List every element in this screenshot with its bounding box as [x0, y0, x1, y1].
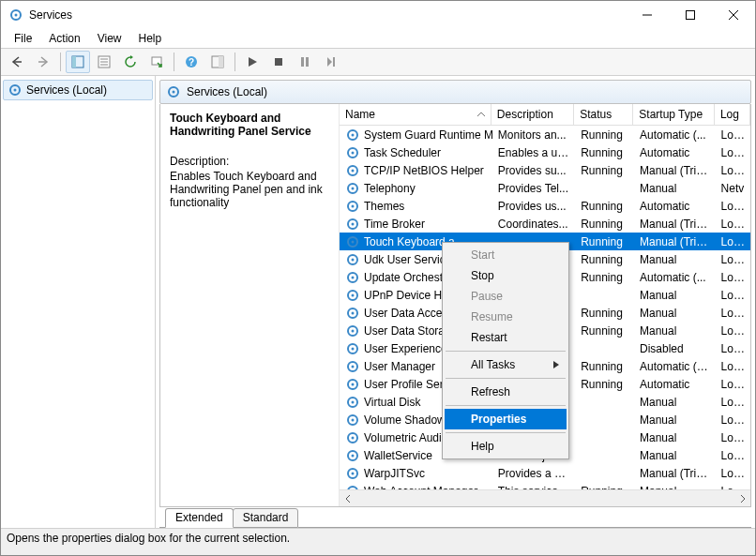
service-logon: Loca	[716, 396, 750, 409]
forward-button[interactable]	[31, 51, 55, 73]
service-logon: Loca	[716, 431, 750, 444]
action-pane-button[interactable]	[205, 51, 230, 73]
svg-point-58	[352, 400, 355, 403]
service-row[interactable]: Web Account ManagerThis service ...Runni…	[340, 482, 750, 489]
horizontal-scrollbar[interactable]	[340, 489, 750, 506]
tab-extended[interactable]: Extended	[165, 508, 234, 528]
scroll-track[interactable]	[355, 490, 734, 506]
svg-point-64	[352, 454, 355, 457]
service-description: Coordinates...	[492, 218, 575, 231]
service-status: Running	[575, 146, 634, 159]
svg-point-42	[352, 258, 355, 261]
ctx-refresh[interactable]: Refresh	[445, 382, 567, 402]
col-header-status[interactable]: Status	[574, 104, 633, 125]
col-header-logon[interactable]: Log	[715, 104, 750, 125]
service-row[interactable]: TelephonyProvides Tel...ManualNetv	[340, 179, 750, 197]
service-startup: Automatic (...	[634, 128, 716, 142]
ctx-separator	[446, 405, 566, 406]
gear-icon	[345, 288, 360, 303]
ctx-restart[interactable]: Restart	[445, 327, 567, 348]
svg-point-1	[15, 14, 18, 17]
svg-point-24	[14, 89, 17, 92]
service-description: Provides Tel...	[492, 182, 575, 195]
svg-point-54	[352, 365, 355, 368]
svg-rect-9	[72, 56, 76, 68]
scroll-left-button[interactable]	[340, 490, 355, 506]
gear-icon	[345, 145, 360, 160]
ctx-all-tasks[interactable]: All Tasks	[445, 354, 567, 375]
minimize-button[interactable]	[626, 1, 669, 29]
service-row[interactable]: Time BrokerCoordinates...RunningManual (…	[340, 215, 750, 233]
service-logon: Loca	[716, 378, 750, 391]
service-startup: Manual (Trig...	[634, 235, 716, 248]
status-bar: Opens the properties dialog box for the …	[1, 528, 755, 555]
pause-service-button[interactable]	[293, 51, 317, 73]
service-logon: Loca	[716, 360, 750, 373]
service-logon: Loca	[716, 128, 750, 142]
pane-title: Services (Local)	[187, 85, 267, 98]
svg-point-48	[352, 311, 355, 314]
service-name: WalletService	[364, 449, 432, 462]
ctx-resume[interactable]: Resume	[445, 307, 567, 327]
col-header-startup[interactable]: Startup Type	[633, 104, 715, 125]
service-row[interactable]: System Guard Runtime Mo...Monitors an...…	[340, 126, 750, 143]
svg-rect-14	[152, 57, 161, 65]
scroll-right-button[interactable]	[734, 490, 750, 506]
service-startup: Manual	[634, 253, 716, 266]
ctx-help[interactable]: Help	[445, 436, 567, 457]
ctx-stop[interactable]: Stop	[445, 265, 567, 286]
service-logon: Loca	[716, 307, 750, 320]
svg-point-38	[352, 222, 355, 225]
gear-icon	[345, 430, 360, 445]
col-header-name[interactable]: Name	[340, 104, 491, 125]
sort-asc-icon	[477, 111, 485, 118]
show-hide-tree-button[interactable]	[66, 51, 90, 73]
back-button[interactable]	[5, 51, 29, 73]
refresh-button[interactable]	[118, 51, 143, 73]
export-list-button[interactable]	[144, 51, 169, 73]
menu-help[interactable]: Help	[131, 30, 170, 47]
tab-standard[interactable]: Standard	[233, 508, 299, 528]
maximize-button[interactable]	[669, 1, 712, 29]
svg-rect-3	[687, 11, 695, 20]
svg-point-46	[352, 293, 355, 296]
restart-service-button[interactable]	[319, 51, 343, 73]
menu-file[interactable]: File	[7, 30, 39, 47]
service-startup: Disabled	[634, 342, 716, 355]
submenu-arrow-icon	[553, 361, 559, 368]
service-name: Themes	[364, 200, 404, 213]
service-startup: Manual	[634, 449, 716, 462]
service-row[interactable]: Task SchedulerEnables a us...RunningAuto…	[340, 143, 750, 161]
service-startup: Automatic	[634, 200, 716, 213]
stop-service-button[interactable]	[266, 51, 291, 73]
svg-point-30	[352, 151, 355, 154]
service-logon: Loca	[716, 413, 750, 427]
service-logon: Loca	[716, 218, 750, 231]
nav-services-local[interactable]: Services (Local)	[3, 80, 153, 100]
content-pane: Services (Local) Touch Keyboard and Hand…	[156, 76, 755, 528]
service-startup: Automatic	[634, 378, 716, 391]
window-title: Services	[29, 8, 72, 22]
service-status: Running	[575, 378, 634, 391]
svg-point-50	[352, 329, 355, 332]
ctx-start[interactable]: Start	[445, 245, 567, 265]
start-service-button[interactable]	[240, 51, 265, 73]
close-button[interactable]	[712, 1, 755, 29]
service-row[interactable]: WarpJITSvcProvides a JI...Manual (Trig..…	[340, 464, 750, 482]
service-name: Task Scheduler	[364, 146, 441, 159]
properties-toolbar-button[interactable]	[92, 51, 116, 73]
menu-action[interactable]: Action	[41, 30, 87, 47]
ctx-properties[interactable]: Properties	[445, 409, 567, 429]
service-description: Provides a JI...	[492, 467, 575, 480]
service-logon: Loca	[716, 449, 750, 462]
gear-icon	[8, 83, 23, 98]
service-row[interactable]: TCP/IP NetBIOS HelperProvides su...Runni…	[340, 161, 750, 179]
menu-view[interactable]: View	[90, 30, 129, 47]
context-menu: Start Stop Pause Resume Restart All Task…	[442, 242, 569, 459]
service-row[interactable]: ThemesProvides us...RunningAutomaticLoca	[340, 197, 750, 215]
body: Services (Local) Services (Local) Touch …	[1, 76, 755, 528]
ctx-pause[interactable]: Pause	[445, 286, 567, 307]
service-name: TCP/IP NetBIOS Helper	[364, 164, 484, 177]
help-button[interactable]: ?	[179, 51, 204, 73]
col-header-description[interactable]: Description	[491, 104, 574, 125]
